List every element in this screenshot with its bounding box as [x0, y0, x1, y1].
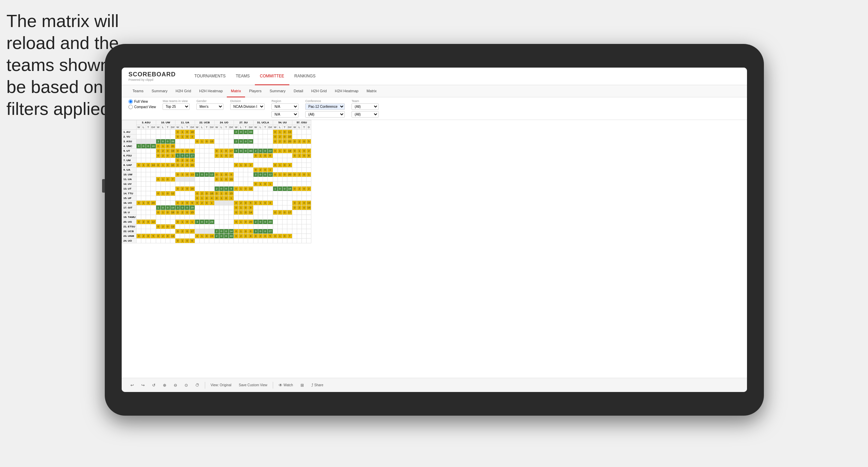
matrix-cell — [209, 229, 214, 234]
sub-nav-matrix2[interactable]: Matrix — [362, 85, 381, 97]
sub-nav-summary2[interactable]: Summary — [266, 85, 290, 97]
matrix-cell: 4 — [267, 201, 273, 205]
matrix-cell: 2 — [180, 158, 185, 163]
conference-select[interactable]: Pac-12 Conference — [305, 103, 345, 110]
gender-select[interactable]: Men's — [196, 103, 223, 110]
matrix-cell — [219, 239, 224, 243]
matrix-cell — [243, 144, 248, 149]
matrix-cell — [209, 149, 214, 153]
matrix-cell: 0 — [175, 158, 180, 163]
matrix-cell: 0 — [136, 220, 141, 224]
compact-view-radio[interactable]: Compact View — [128, 105, 156, 109]
watch-btn[interactable]: 👁 Watch — [276, 382, 295, 389]
save-custom-btn[interactable]: Save Custom View — [237, 382, 269, 388]
table-row: 18. U01018020150101402017 — [122, 210, 311, 215]
matrix-cell — [136, 153, 141, 158]
sub-nav-summary[interactable]: Summary — [147, 85, 171, 97]
sub-nav-players[interactable]: Players — [245, 85, 266, 97]
redo-icon: ↪ — [141, 383, 145, 388]
matrix-cell — [297, 144, 302, 149]
matrix-cell — [263, 130, 267, 134]
sub-nav-h2h-grid2[interactable]: H2H Grid — [307, 85, 331, 97]
team-select[interactable]: (All) — [352, 103, 379, 110]
matrix-cell — [287, 158, 292, 163]
matrix-cell — [161, 229, 165, 234]
zoom-btn[interactable]: ⊕ — [161, 382, 168, 389]
undo-btn[interactable]: ↩ — [128, 382, 136, 389]
max-teams-select[interactable]: Top 25 — [163, 103, 190, 110]
nav-teams[interactable]: TEAMS — [231, 68, 255, 85]
refresh-btn[interactable]: ↺ — [150, 382, 158, 389]
nav-tournaments[interactable]: TOURNAMENTS — [189, 68, 231, 85]
grid-btn[interactable]: ⊞ — [298, 382, 306, 389]
matrix-cell — [307, 168, 311, 172]
matrix-cell — [282, 220, 287, 224]
matrix-cell — [297, 239, 302, 243]
nav-committee[interactable]: COMMITTEE — [255, 68, 289, 85]
matrix-cell: 0 — [224, 234, 228, 239]
sub-nav-h2h-heatmap[interactable]: H2H Heatmap — [195, 85, 227, 97]
matrix-cell — [297, 163, 302, 168]
matrix-cell — [195, 130, 199, 134]
matrix-cell: 0 — [302, 172, 307, 177]
matrix-cell: 0 — [185, 210, 190, 215]
matrix-cell — [282, 215, 287, 220]
region-select[interactable]: N/A — [271, 103, 298, 110]
redo-btn[interactable]: ↪ — [139, 382, 147, 389]
matrix-cell — [150, 229, 156, 234]
matrix-cell — [214, 205, 219, 210]
sub-nav-matrix[interactable]: Matrix — [227, 85, 245, 97]
sub-nav-teams[interactable]: Teams — [128, 85, 147, 97]
matrix-cell — [273, 196, 278, 201]
sub-nav-detail[interactable]: Detail — [290, 85, 307, 97]
col-header-osu: 57. OSU — [292, 120, 311, 125]
region-select2[interactable]: N/A — [271, 111, 298, 118]
matrix-cell — [297, 229, 302, 234]
matrix-cell: 1 — [297, 149, 302, 153]
team-select2[interactable]: (All) — [352, 111, 379, 118]
matrix-cell: 0 — [292, 205, 297, 210]
matrix-cell — [136, 168, 141, 172]
matrix-cell: 0 — [292, 153, 297, 158]
matrix-cell — [219, 220, 224, 224]
matrix-cell: 0 — [180, 153, 185, 158]
clock-btn[interactable]: ⏱ — [193, 382, 201, 389]
matrix-cell: 0 — [273, 134, 278, 139]
matrix-cell: 17 — [228, 149, 234, 153]
matrix-cell: 6 — [248, 229, 254, 234]
reset-btn[interactable]: ⊙ — [183, 382, 190, 389]
sub-nav-h2h-heatmap2[interactable]: H2H Heatmap — [331, 85, 363, 97]
zoom-out-btn[interactable]: ⊖ — [172, 382, 179, 389]
matrix-cell — [307, 163, 311, 168]
matrix-cell — [214, 134, 219, 139]
matrix-cell — [258, 177, 263, 182]
matrix-cell: 0 — [204, 234, 209, 239]
matrix-cell — [258, 187, 263, 191]
matrix-cell — [190, 215, 195, 220]
share-btn[interactable]: ⤴ Share — [309, 382, 326, 389]
matrix-cell: 15 — [228, 191, 234, 196]
matrix-cell — [287, 177, 292, 182]
matrix-cell — [161, 201, 165, 205]
matrix-cell — [204, 134, 209, 139]
nav-rankings[interactable]: RANKINGS — [289, 68, 321, 85]
conference-select2[interactable]: (All) — [305, 111, 345, 118]
matrix-cell: 0 — [185, 239, 190, 243]
matrix-cell — [302, 163, 307, 168]
matrix-cell: 0 — [156, 191, 161, 196]
division-select[interactable]: NCAA Division I — [230, 103, 265, 110]
matrix-cell — [170, 187, 175, 191]
full-view-radio[interactable]: Full View — [128, 99, 156, 104]
matrix-cell — [136, 158, 141, 163]
matrix-cell — [267, 144, 273, 149]
matrix-cell: 0 — [234, 163, 239, 168]
matrix-cell: 0 — [185, 134, 190, 139]
matrix-cell: 0 — [224, 187, 228, 191]
view-original-btn[interactable]: View: Original — [209, 382, 234, 388]
matrix-cell — [209, 144, 214, 149]
matrix-cell — [180, 224, 185, 229]
sub-nav-h2h-grid[interactable]: H2H Grid — [171, 85, 195, 97]
matrix-cell: 0 — [224, 177, 228, 182]
matrix-area[interactable]: 3. ASU 10. UW 11. UA 22. UCB 24. UO 27. … — [122, 120, 747, 382]
matrix-cell — [136, 139, 141, 144]
